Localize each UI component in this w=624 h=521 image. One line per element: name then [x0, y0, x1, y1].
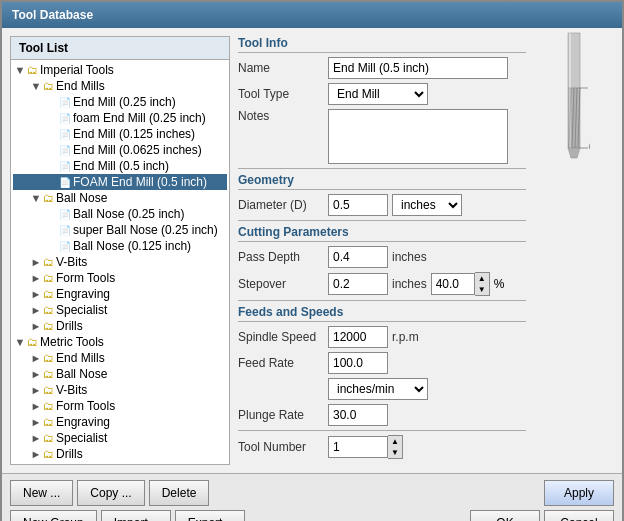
tree-item-m_drills[interactable]: ►🗂Drills — [13, 446, 227, 462]
feed-rate-input[interactable] — [328, 352, 388, 374]
tool-number-down-button[interactable]: ▼ — [388, 447, 402, 458]
tree-item-m_vbits[interactable]: ►🗂V-Bits — [13, 382, 227, 398]
tool-tree: ▼🗂Imperial Tools▼🗂End Mills📄End Mill (0.… — [11, 60, 229, 464]
pass-depth-label: Pass Depth — [238, 250, 328, 264]
feeds-speeds-title: Feeds and Speeds — [238, 305, 526, 322]
import-button[interactable]: Import... — [101, 510, 171, 521]
tree-item-em4[interactable]: 📄End Mill (0.0625 inches) — [13, 142, 227, 158]
tool-number-label: Tool Number — [238, 440, 328, 454]
ok-button[interactable]: OK — [470, 510, 540, 521]
name-row: Name — [238, 57, 526, 79]
spindle-speed-label: Spindle Speed — [238, 330, 328, 344]
tool-number-row: Tool Number ▲ ▼ — [238, 435, 526, 459]
diameter-unit-select[interactable]: inchesmm — [392, 194, 462, 216]
tree-item-m_ballnose[interactable]: ►🗂Ball Nose — [13, 366, 227, 382]
tree-item-engraving[interactable]: ►🗂Engraving — [13, 286, 227, 302]
plunge-rate-label: Plunge Rate — [238, 408, 328, 422]
stepover-down-button[interactable]: ▼ — [475, 284, 489, 295]
tree-item-em1[interactable]: 📄End Mill (0.25 inch) — [13, 94, 227, 110]
export-button[interactable]: Export... — [175, 510, 246, 521]
stepover-label: Stepover — [238, 277, 328, 291]
svg-rect-7 — [569, 33, 571, 88]
svg-marker-6 — [568, 148, 580, 158]
stepover-unit: inches — [392, 277, 427, 291]
feed-rate-unit-row: inches/minmm/min — [238, 378, 526, 400]
stepover-input[interactable] — [328, 273, 388, 295]
diameter-row: Diameter (D) inchesmm — [238, 194, 526, 216]
plunge-rate-row: Plunge Rate — [238, 404, 526, 426]
tree-item-m_engraving[interactable]: ►🗂Engraving — [13, 414, 227, 430]
spindle-speed-row: Spindle Speed r.p.m — [238, 326, 526, 348]
feed-rate-row: Feed Rate — [238, 352, 526, 374]
tool-image: 0 — [534, 36, 614, 156]
dialog-title: Tool Database — [12, 8, 93, 22]
plunge-rate-input[interactable] — [328, 404, 388, 426]
tree-item-bn3[interactable]: 📄Ball Nose (0.125 inch) — [13, 238, 227, 254]
tree-item-bn1[interactable]: 📄Ball Nose (0.25 inch) — [13, 206, 227, 222]
cutting-params-title: Cutting Parameters — [238, 225, 526, 242]
stepover-percent-input[interactable] — [431, 273, 475, 295]
tree-item-em6[interactable]: 📄FOAM End Mill (0.5 inch) — [13, 174, 227, 190]
spindle-speed-unit: r.p.m — [392, 330, 419, 344]
tree-item-m_endmills[interactable]: ►🗂End Mills — [13, 350, 227, 366]
tool-info-section: Tool Info Name Tool Type End MillBall No… — [238, 36, 526, 164]
tool-type-select[interactable]: End MillBall NoseV-BitForm ToolDrill — [328, 83, 428, 105]
button-row-1: New ... Copy ... Delete — [10, 480, 245, 506]
tree-item-ballnose[interactable]: ▼🗂Ball Nose — [13, 190, 227, 206]
diameter-input[interactable] — [328, 194, 388, 216]
name-input[interactable] — [328, 57, 508, 79]
tool-info-title: Tool Info — [238, 36, 526, 53]
tree-item-endmills[interactable]: ▼🗂End Mills — [13, 78, 227, 94]
button-row-2: New Group Import... Export... — [10, 510, 245, 521]
tree-item-bn2[interactable]: 📄super Ball Nose (0.25 inch) — [13, 222, 227, 238]
tool-number-spinbox: ▲ ▼ — [388, 435, 403, 459]
tool-svg: 0 — [558, 31, 590, 161]
tree-item-em3[interactable]: 📄End Mill (0.125 inches) — [13, 126, 227, 142]
tree-item-imperial[interactable]: ▼🗂Imperial Tools — [13, 62, 227, 78]
tree-item-metric[interactable]: ▼🗂Metric Tools — [13, 334, 227, 350]
tool-number-up-button[interactable]: ▲ — [388, 436, 402, 447]
tree-item-drills[interactable]: ►🗂Drills — [13, 318, 227, 334]
feeds-speeds-section: Feeds and Speeds Spindle Speed r.p.m Fee… — [238, 305, 526, 426]
copy-button[interactable]: Copy ... — [77, 480, 144, 506]
name-label: Name — [238, 61, 328, 75]
percent-label: % — [494, 277, 505, 291]
stepover-up-button[interactable]: ▲ — [475, 273, 489, 284]
title-bar: Tool Database — [2, 2, 622, 28]
diameter-label: Diameter (D) — [238, 198, 328, 212]
stepover-row: Stepover inches ▲ ▼ % — [238, 272, 526, 296]
left-button-group: New ... Copy ... Delete New Group Import… — [10, 480, 245, 521]
panel-title: Tool List — [11, 37, 229, 60]
pass-depth-input[interactable] — [328, 246, 388, 268]
cutting-params-section: Cutting Parameters Pass Depth inches Ste… — [238, 225, 526, 296]
svg-text:0: 0 — [589, 140, 590, 154]
delete-button[interactable]: Delete — [149, 480, 210, 506]
new-group-button[interactable]: New Group — [10, 510, 97, 521]
tool-type-label: Tool Type — [238, 87, 328, 101]
tree-item-m_formtools[interactable]: ►🗂Form Tools — [13, 398, 227, 414]
ok-cancel-row: OK Cancel — [470, 510, 614, 521]
tree-item-vbits[interactable]: ►🗂V-Bits — [13, 254, 227, 270]
tree-item-m_specialist[interactable]: ►🗂Specialist — [13, 430, 227, 446]
notes-textarea[interactable] — [328, 109, 508, 164]
feed-rate-label: Feed Rate — [238, 356, 328, 370]
notes-label: Notes — [238, 109, 328, 123]
feed-rate-unit-select[interactable]: inches/minmm/min — [328, 378, 428, 400]
new-button[interactable]: New ... — [10, 480, 73, 506]
pass-depth-row: Pass Depth inches — [238, 246, 526, 268]
tree-item-em2[interactable]: 📄foam End Mill (0.25 inch) — [13, 110, 227, 126]
tool-number-input[interactable] — [328, 436, 388, 458]
tree-item-specialist[interactable]: ►🗂Specialist — [13, 302, 227, 318]
cancel-button[interactable]: Cancel — [544, 510, 614, 521]
geometry-section: Geometry Diameter (D) inchesmm — [238, 173, 526, 216]
tree-item-formtools[interactable]: ►🗂Form Tools — [13, 270, 227, 286]
pass-depth-unit: inches — [392, 250, 427, 264]
notes-row: Notes — [238, 109, 526, 164]
apply-button[interactable]: Apply — [544, 480, 614, 506]
right-panel: Tool Info Name Tool Type End MillBall No… — [238, 36, 614, 465]
geometry-title: Geometry — [238, 173, 526, 190]
tree-item-em5[interactable]: 📄End Mill (0.5 inch) — [13, 158, 227, 174]
spindle-speed-input[interactable] — [328, 326, 388, 348]
stepover-spinbox: ▲ ▼ — [475, 272, 490, 296]
tool-database-dialog: Tool Database Tool List ▼🗂Imperial Tools… — [0, 0, 624, 521]
